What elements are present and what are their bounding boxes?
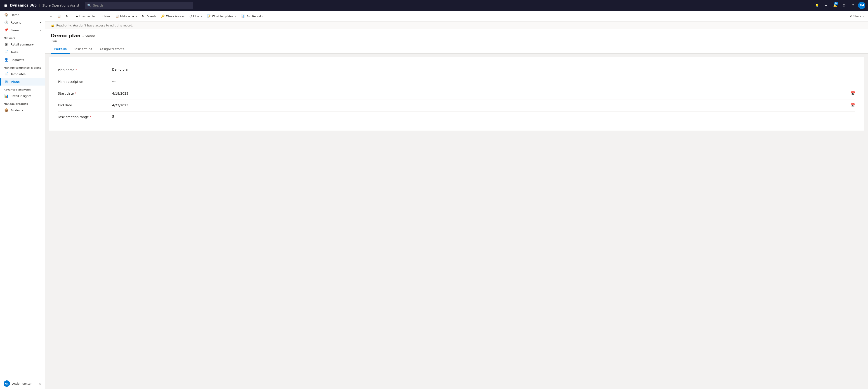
sidebar-item-retail-summary[interactable]: ⊞ Retail summary [0,40,45,48]
sidebar-requests-label: Requests [11,58,24,61]
sidebar-item-plans[interactable]: ⊞ Plans [0,78,45,86]
check-access-icon: 🔑 [161,15,164,18]
command-bar: ← 📋 ↻ ▶ Execute plan + New 📋 Make a copy [45,11,868,22]
refresh-button[interactable]: ↻ Refresh [140,13,158,19]
sidebar: 🏠 Home 🕐 Recent ▾ 📌 Pinned ▾ My work ⊞ R… [0,11,45,389]
end-date-calendar-icon[interactable]: 📅 [851,103,855,107]
flow-label: Flow [193,15,199,18]
start-date-text: 4/18/2023 [112,92,128,95]
top-navigation: Dynamics 365 Store Operations Assist 🔍 💡… [0,0,868,11]
sidebar-item-recent[interactable]: 🕐 Recent ▾ [0,19,45,26]
recent-icon: 🕐 [4,20,8,24]
home-icon: 🏠 [4,13,8,17]
notes-button[interactable]: 📋 [55,13,63,19]
form-row-end-date: End date 4/27/2023 📅 [58,100,855,112]
sidebar-products-label: Products [11,109,23,112]
sidebar-item-templates[interactable]: 📄 Templates [0,70,45,78]
check-access-label: Check Access [166,15,184,18]
sidebar-templates-label: Templates [11,73,26,76]
requests-icon: 👤 [4,58,8,62]
my-work-section: My work [0,34,45,40]
templates-icon: 📄 [4,72,8,76]
plan-name-value: Demo plan [112,68,855,71]
cmd-divider-1 [72,14,72,19]
help-icon: ? [852,4,854,7]
readonly-message: Read-only: You don't have access to edit… [56,24,133,27]
products-icon: 📦 [4,108,8,112]
new-button[interactable]: + New [99,13,113,19]
end-date-text: 4/27/2023 [112,104,128,107]
search-box[interactable]: 🔍 [85,2,193,9]
form-row-plan-name: Plan name * Demo plan [58,64,855,76]
help-button[interactable]: ? [849,1,857,9]
sidebar-item-tasks[interactable]: 📄 Tasks [0,48,45,56]
record-title-row: Demo plan - Saved [51,33,863,38]
sidebar-bottom: AC Action center ◇ [0,378,45,389]
form-section: Plan name * Demo plan Plan description -… [49,57,864,131]
run-report-icon: 📊 [241,15,245,18]
execute-plan-button[interactable]: ▶ Execute plan [73,13,98,19]
start-date-calendar-icon[interactable]: 📅 [851,91,855,95]
run-report-button[interactable]: 📊 Run Report ▾ [239,13,266,19]
refresh-small-button[interactable]: ↻ [64,13,70,19]
share-label: Share [853,15,861,18]
manage-products-section: Manage products [0,100,45,106]
sidebar-home-label: Home [11,13,19,17]
notes-icon: 📋 [57,15,61,18]
flow-button[interactable]: ⬡ Flow ▾ [187,13,204,19]
share-chevron-icon: ▾ [863,15,864,18]
advanced-analytics-section: Advanced analytics [0,86,45,92]
add-button[interactable]: + [822,1,830,9]
refresh-label: Refresh [146,15,156,18]
word-templates-label: Word Templates [212,15,233,18]
sidebar-item-products[interactable]: 📦 Products [0,106,45,114]
sidebar-pinned-label: Pinned [11,29,21,32]
sidebar-retail-insights-label: Retail insights [11,94,31,98]
tabs-bar: Details Task setups Assigned stores [45,45,868,54]
record-title: Demo plan [51,33,81,38]
plan-description-text: --- [112,79,116,83]
sidebar-item-retail-insights[interactable]: 📊 Retail insights [0,92,45,100]
sidebar-action-center[interactable]: AC Action center ◇ [0,378,45,389]
make-copy-button[interactable]: 📋 Make a copy [113,13,139,19]
lightbulb-button[interactable]: 💡 [813,1,821,9]
flow-icon: ⬡ [189,15,192,18]
tab-details[interactable]: Details [51,45,70,54]
share-button[interactable]: ↗ Share ▾ [847,13,866,19]
tab-task-setups[interactable]: Task setups [70,45,96,54]
check-access-button[interactable]: 🔑 Check Access [159,13,187,19]
notifications-badge: 10 [834,2,838,5]
end-date-value: 4/27/2023 📅 [112,103,855,107]
pinned-chevron-icon: ▾ [40,29,41,31]
execute-plan-icon: ▶ [76,15,78,18]
word-templates-chevron-icon: ▾ [235,15,236,18]
readonly-banner: 🔒 Read-only: You don't have access to ed… [45,22,868,29]
retail-insights-icon: 📊 [4,94,8,98]
sidebar-item-home[interactable]: 🏠 Home [0,11,45,19]
plan-name-label: Plan name * [58,68,112,72]
word-templates-button[interactable]: 📝 Word Templates ▾ [205,13,238,19]
topnav-icons: 💡 + 🔔 10 ⚙ ? SM [813,1,865,9]
retail-summary-icon: ⊞ [4,42,8,47]
record-saved-indicator: - Saved [83,34,95,38]
tab-assigned-stores[interactable]: Assigned stores [96,45,128,54]
action-center-pin-icon: ◇ [39,382,41,385]
plan-description-value: --- [112,79,855,83]
notifications-button[interactable]: 🔔 10 [831,1,839,9]
record-subtitle: Plan [51,39,863,43]
back-button[interactable]: ← [47,13,55,19]
search-input[interactable] [93,4,191,7]
waffle-menu[interactable] [3,3,8,8]
plan-name-required: * [75,68,77,72]
settings-button[interactable]: ⚙ [840,1,848,9]
plus-icon: + [825,4,827,7]
user-avatar[interactable]: SM [858,2,865,9]
main-content: ← 📋 ↻ ▶ Execute plan + New 📋 Make a copy [45,11,868,389]
task-creation-range-value: 5 [112,115,855,118]
new-icon: + [101,15,103,18]
sidebar-item-requests[interactable]: 👤 Requests [0,56,45,63]
app-title: Dynamics 365 [10,3,37,7]
start-date-value: 4/18/2023 📅 [112,91,855,95]
sidebar-item-pinned[interactable]: 📌 Pinned ▾ [0,26,45,34]
lightbulb-icon: 💡 [815,4,819,7]
